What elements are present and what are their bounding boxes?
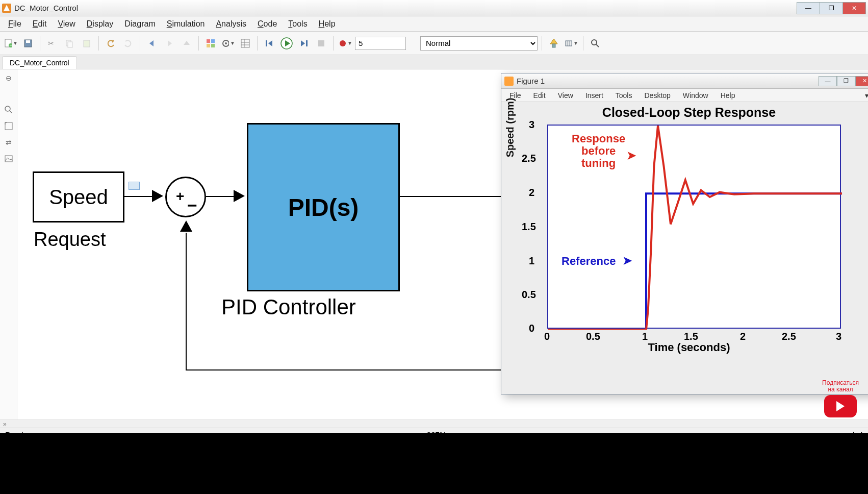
signal-line — [400, 196, 502, 197]
block-pid[interactable]: PID(s) — [247, 123, 400, 291]
new-model-button[interactable]: + ▼ — [3, 36, 18, 51]
svg-rect-23 — [266, 40, 267, 46]
fig-menu-insert[interactable]: Insert — [580, 90, 608, 101]
fig-menu-help[interactable]: Help — [716, 90, 741, 101]
fig-menu-view[interactable]: View — [553, 90, 578, 101]
block-speed[interactable]: Speed — [33, 171, 124, 223]
footer-expand[interactable]: » — [0, 419, 868, 428]
menu-simulation[interactable]: Simulation — [162, 17, 210, 31]
svg-rect-14 — [211, 39, 215, 43]
svg-rect-15 — [207, 44, 210, 47]
step-forward-button[interactable] — [296, 36, 312, 51]
deploy-button[interactable]: ▼ — [564, 36, 579, 51]
stop-button[interactable] — [314, 36, 329, 51]
menu-analysis[interactable]: Analysis — [211, 17, 251, 31]
svg-line-38 — [596, 44, 599, 47]
ytick: 1 — [529, 255, 534, 267]
undo-button[interactable] — [103, 36, 118, 51]
signal-line — [206, 196, 237, 197]
menu-tools[interactable]: Tools — [283, 17, 312, 31]
library-browser-button[interactable] — [203, 36, 218, 51]
close-button[interactable]: ✕ — [843, 2, 866, 14]
youtube-play-icon[interactable] — [824, 395, 857, 417]
redo-button[interactable] — [120, 36, 136, 51]
fig-menu-edit[interactable]: Edit — [528, 90, 551, 101]
fit-icon — [4, 121, 13, 131]
arrowhead-icon — [152, 190, 163, 202]
undo-icon — [106, 39, 115, 48]
arrow-up-icon — [182, 39, 191, 48]
menu-code[interactable]: Code — [252, 17, 282, 31]
palette-hide-button[interactable]: ⊖ — [3, 72, 14, 84]
save-button[interactable] — [20, 36, 36, 51]
menubar: File Edit View Display Diagram Simulatio… — [0, 16, 868, 32]
menu-file[interactable]: File — [3, 17, 27, 31]
annotation-reference: Reference — [561, 255, 616, 267]
menu-view[interactable]: View — [53, 17, 80, 31]
diagram-canvas[interactable]: Speed Request + − PID(s) PID Controller — [17, 69, 868, 419]
target-icon — [564, 38, 572, 49]
step-back-button[interactable] — [262, 36, 277, 51]
save-icon — [23, 39, 33, 48]
model-config-button[interactable]: ▼ — [220, 36, 236, 51]
fig-menu-desktop[interactable]: Desktop — [639, 90, 675, 101]
simulation-mode-select[interactable]: Normal — [420, 36, 538, 51]
build-button[interactable] — [546, 36, 561, 51]
svg-line-40 — [10, 111, 12, 113]
menu-display[interactable]: Display — [82, 17, 118, 31]
paste-icon — [82, 39, 91, 48]
svg-rect-32 — [552, 44, 555, 47]
palette: ⊖ ⇄ — [0, 69, 17, 419]
svg-marker-12 — [184, 41, 190, 45]
model-tab[interactable]: DC_Motor_Control — [2, 56, 77, 69]
minimize-button[interactable]: — — [797, 2, 820, 14]
figure-minimize-button[interactable]: — — [819, 76, 837, 86]
tabstrip: DC_Motor_Control — [0, 55, 868, 69]
figure-window[interactable]: Figure 1 — ❐ ✕ File Edit View Insert Too… — [501, 73, 868, 394]
run-button[interactable] — [279, 36, 294, 51]
arrow-annotation-icon: ➤ — [623, 254, 632, 267]
arrowhead-up-icon — [180, 220, 192, 232]
svg-rect-16 — [211, 44, 215, 47]
figure-close-button[interactable]: ✕ — [855, 76, 868, 86]
fig-menu-tools[interactable]: Tools — [610, 90, 637, 101]
menu-diagram[interactable]: Diagram — [119, 17, 160, 31]
arrow-left-icon — [147, 39, 157, 48]
block-sum[interactable]: + − — [165, 177, 206, 217]
maximize-button[interactable]: ❐ — [820, 2, 843, 14]
youtube-subscribe-overlay[interactable]: Подписаться на канал — [822, 380, 859, 417]
stop-time-input[interactable] — [355, 37, 406, 50]
figure-titlebar[interactable]: Figure 1 — ❐ ✕ — [501, 73, 868, 89]
up-button[interactable] — [179, 36, 194, 51]
cut-button[interactable]: ✂ — [44, 36, 60, 51]
gear-icon — [221, 38, 229, 48]
menu-help[interactable]: Help — [314, 17, 341, 31]
palette-fit-button[interactable] — [3, 120, 14, 132]
palette-image-button[interactable] — [3, 153, 14, 164]
window-title: DC_Motor_Control — [14, 4, 797, 12]
figure-canvas: Closed-Loop Step Response Speed (rpm) 0 … — [501, 102, 868, 394]
copy-icon — [65, 39, 74, 48]
copy-button[interactable] — [62, 36, 77, 51]
find-button[interactable] — [588, 36, 603, 51]
block-pid-text: PID(s) — [288, 193, 359, 221]
record-button[interactable]: ▼ — [338, 36, 353, 51]
svg-marker-24 — [268, 40, 272, 46]
fig-menu-more[interactable]: ▾ — [860, 90, 868, 101]
back-button[interactable] — [144, 36, 160, 51]
figure-title: Figure 1 — [517, 77, 819, 85]
record-icon — [338, 39, 346, 48]
menu-edit[interactable]: Edit — [28, 17, 52, 31]
palette-arrows-button[interactable]: ⇄ — [3, 137, 14, 148]
forward-button[interactable] — [162, 36, 177, 51]
model-explorer-button[interactable] — [238, 36, 253, 51]
annotation-before-tuning: Response before tuning — [572, 133, 625, 170]
palette-zoom-button[interactable] — [3, 104, 14, 115]
svg-rect-4 — [26, 40, 30, 43]
fig-menu-window[interactable]: Window — [678, 90, 713, 101]
figure-maximize-button[interactable]: ❐ — [837, 76, 855, 86]
svg-point-30 — [340, 40, 346, 46]
play-icon — [280, 37, 293, 50]
svg-point-37 — [592, 40, 597, 45]
paste-button[interactable] — [79, 36, 94, 51]
